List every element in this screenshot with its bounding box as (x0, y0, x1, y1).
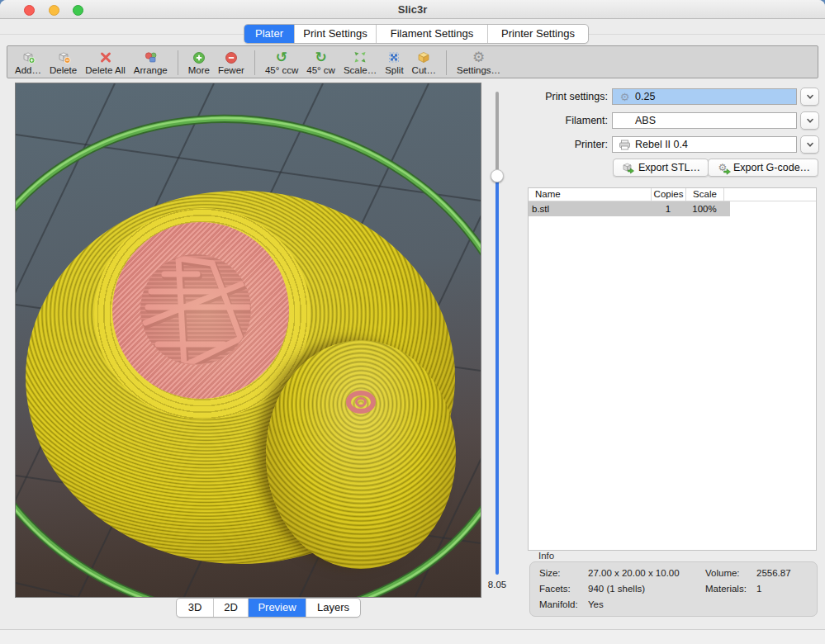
tab-2d[interactable]: 2D (214, 599, 249, 617)
cut-box-icon (417, 50, 430, 65)
scale-arrows-icon (353, 50, 367, 65)
tab-3d[interactable]: 3D (177, 599, 214, 617)
printer-icon (617, 140, 633, 150)
print-settings-value: 0.25 (635, 91, 655, 102)
plater-toolbar: Add… Delete Delete All Arrange More (7, 45, 818, 78)
toolbar-separator (254, 50, 255, 75)
column-header-scale[interactable]: Scale (685, 188, 723, 201)
printer-label: Printer: (512, 139, 608, 150)
chevron-down-icon (806, 118, 814, 124)
toolbar-separator (178, 50, 178, 75)
info-legend: Info (538, 551, 554, 561)
info-box: Size: 27.00 x 20.00 x 10.00 Volume: 2556… (529, 561, 818, 617)
size-value: 27.00 x 20.00 x 10.00 (588, 568, 680, 578)
filament-combo[interactable]: ABS (612, 112, 797, 129)
chevron-down-icon (806, 142, 814, 148)
print-settings-dropdown-button[interactable] (800, 88, 819, 106)
main-tab-bar: Plater Print Settings Filament Settings … (244, 24, 589, 44)
delete-all-label: Delete All (85, 65, 126, 76)
delete-button[interactable]: Delete (45, 48, 81, 77)
export-stl-button[interactable]: Export STL… (613, 159, 709, 177)
arrange-button[interactable]: Arrange (130, 48, 172, 77)
table-row[interactable]: b.stl 1 100% (529, 201, 816, 216)
tab-layers[interactable]: Layers (306, 599, 360, 617)
filament-dropdown-button[interactable] (800, 111, 819, 130)
box-minus-icon (56, 50, 71, 65)
column-header-name[interactable]: Name (529, 188, 651, 201)
3d-preview-canvas[interactable] (15, 83, 481, 598)
export-gcode-button[interactable]: ⚙ Export G-code… (708, 159, 818, 177)
printer-combo[interactable]: Rebel II 0.4 (612, 136, 797, 153)
plus-circle-icon (192, 50, 206, 65)
slic3r-window: Slic3r Plater Print Settings Filament Se… (0, 0, 825, 644)
object-list-table[interactable]: Name Copies Scale b.stl 1 100% (528, 187, 817, 551)
title-bar[interactable]: Slic3r (0, 0, 825, 19)
more-button[interactable]: More (184, 48, 214, 77)
rotate-ccw-label: 45° ccw (265, 65, 298, 76)
gear-icon: ⚙ (617, 91, 633, 103)
rotate-ccw-icon: ↺ (276, 50, 287, 65)
small-dome-infill-dot (355, 397, 367, 407)
cut-label: Cut… (412, 65, 436, 76)
export-stl-label: Export STL… (638, 162, 700, 173)
fewer-label: Fewer (218, 65, 244, 76)
printer-dropdown-button[interactable] (800, 135, 819, 154)
cell-scale: 100% (685, 201, 723, 216)
column-header-copies[interactable]: Copies (651, 188, 685, 201)
layer-slider-thumb[interactable] (491, 169, 504, 182)
tab-printer-settings[interactable]: Printer Settings (488, 25, 588, 43)
tab-print-settings[interactable]: Print Settings (295, 25, 377, 43)
filament-value: ABS (635, 115, 656, 126)
tab-preview[interactable]: Preview (249, 599, 306, 617)
volume-value: 2556.87 (756, 568, 791, 578)
facets-label: Facets: (539, 584, 571, 594)
print-settings-combo[interactable]: ⚙ 0.25 (612, 88, 797, 105)
cut-button[interactable]: Cut… (408, 48, 440, 77)
settings-label: Settings… (457, 65, 500, 76)
scale-label: Scale… (344, 65, 377, 76)
facets-value: 940 (1 shells) (588, 584, 645, 594)
add-label: Add… (15, 65, 41, 76)
minus-circle-icon (225, 50, 238, 65)
rotate-cw-icon: ↻ (315, 50, 326, 65)
scale-button[interactable]: Scale… (339, 48, 381, 77)
status-strip (0, 630, 825, 644)
small-dome-shading (266, 340, 456, 569)
fewer-button[interactable]: Fewer (214, 48, 249, 77)
rotate-ccw-button[interactable]: ↺ 45° ccw (261, 48, 302, 77)
split-label: Split (385, 65, 403, 76)
cell-copies: 1 (651, 201, 685, 216)
filament-label: Filament: (512, 115, 608, 126)
add-button[interactable]: Add… (11, 48, 45, 77)
layer-slider-fill (495, 181, 499, 575)
volume-label: Volume: (705, 568, 740, 578)
more-label: More (188, 65, 210, 76)
column-header-extra (723, 188, 816, 201)
split-dots-icon (387, 50, 401, 65)
manifold-value: Yes (588, 599, 604, 609)
red-x-icon (99, 50, 112, 65)
print-settings-label: Print settings: (512, 91, 608, 102)
table-header: Name Copies Scale (529, 188, 816, 201)
tab-filament-settings[interactable]: Filament Settings (377, 25, 488, 43)
toolbar-separator (446, 50, 447, 75)
tab-plater[interactable]: Plater (244, 25, 295, 43)
split-button[interactable]: Split (381, 48, 407, 77)
rotate-cw-label: 45° cw (306, 65, 335, 76)
settings-button[interactable]: ⚙ Settings… (453, 48, 505, 77)
rotate-cw-button[interactable]: ↻ 45° cw (302, 48, 339, 77)
chevron-down-icon (806, 94, 814, 100)
materials-label: Materials: (705, 584, 747, 594)
export-gcode-icon: ⚙ (716, 162, 729, 174)
export-gcode-label: Export G-code… (733, 162, 810, 173)
window-title: Slic3r (0, 3, 825, 16)
delete-all-button[interactable]: Delete All (81, 48, 130, 77)
layer-height-value: 8.05 (481, 580, 514, 590)
manifold-label: Manifold: (539, 599, 578, 609)
printer-value: Rebel II 0.4 (635, 139, 688, 150)
view-tab-bar: 3D 2D Preview Layers (176, 598, 361, 618)
export-stl-icon (621, 162, 634, 174)
box-plus-icon (21, 50, 36, 65)
delete-label: Delete (50, 65, 77, 76)
gear-icon: ⚙ (472, 50, 485, 65)
